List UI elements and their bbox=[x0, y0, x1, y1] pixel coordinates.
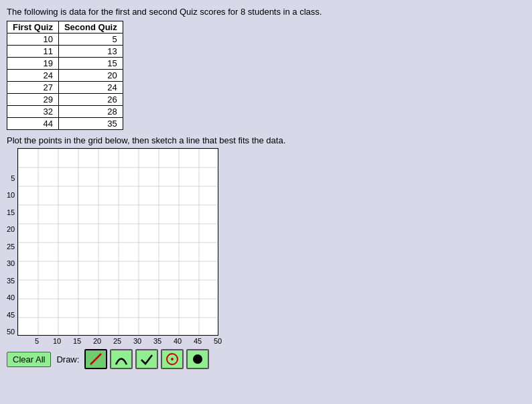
y-axis-label: 20 bbox=[7, 216, 16, 233]
table-cell: 27 bbox=[7, 82, 59, 94]
y-axis-labels: 5045403530252015105 bbox=[7, 148, 16, 336]
y-axis-label: 45 bbox=[7, 302, 16, 319]
tool-curve-button[interactable] bbox=[110, 349, 133, 369]
y-axis-label: 35 bbox=[7, 268, 16, 285]
clear-all-button[interactable]: Clear All bbox=[7, 352, 51, 367]
table-cell: 19 bbox=[7, 58, 59, 70]
table-cell: 20 bbox=[58, 70, 123, 82]
y-axis-label: 40 bbox=[7, 285, 16, 301]
y-axis-label bbox=[7, 148, 16, 165]
x-axis-label: 50 bbox=[208, 337, 228, 345]
table-cell: 28 bbox=[58, 106, 123, 118]
data-table: First Quiz Second Quiz 10511131915242027… bbox=[7, 21, 123, 130]
table-cell: 13 bbox=[58, 46, 123, 58]
intro-text: The following is data for the first and … bbox=[7, 7, 525, 17]
x-axis-labels: 5101520253035404550 bbox=[27, 337, 525, 345]
toolbar: Clear All Draw: bbox=[7, 349, 525, 369]
dot-icon bbox=[190, 352, 205, 366]
table-cell: 35 bbox=[58, 118, 123, 130]
draw-label: Draw: bbox=[56, 354, 79, 364]
y-axis-label: 25 bbox=[7, 234, 16, 251]
x-axis-label: 30 bbox=[127, 337, 147, 345]
y-axis-label: 10 bbox=[7, 182, 16, 199]
tool-line-button[interactable] bbox=[84, 349, 107, 369]
table-cell: 24 bbox=[7, 70, 59, 82]
table-cell: 5 bbox=[58, 33, 123, 46]
col-header-second: Second Quiz bbox=[58, 21, 123, 33]
y-axis-label: 15 bbox=[7, 200, 16, 216]
y-axis-label: 5 bbox=[7, 165, 16, 182]
x-axis-label: 5 bbox=[27, 337, 47, 345]
checkmark-icon bbox=[139, 352, 154, 366]
circle-dot-icon bbox=[165, 352, 180, 366]
table-cell: 10 bbox=[7, 33, 59, 46]
tool-dot-button[interactable] bbox=[186, 349, 209, 369]
graph-area: 5045403530252015105 5101520253035404550 bbox=[7, 148, 525, 345]
svg-point-3 bbox=[193, 354, 202, 364]
svg-point-2 bbox=[171, 358, 174, 360]
x-axis-label: 15 bbox=[67, 337, 87, 345]
x-axis-label: 25 bbox=[107, 337, 127, 345]
x-axis-label: 35 bbox=[147, 337, 168, 345]
table-cell: 15 bbox=[58, 58, 123, 70]
x-axis-label: 45 bbox=[188, 337, 208, 345]
table-cell: 26 bbox=[58, 94, 123, 106]
table-cell: 32 bbox=[7, 106, 59, 118]
y-axis-label: 30 bbox=[7, 251, 16, 267]
grid-canvas-container[interactable] bbox=[17, 148, 218, 336]
col-header-first: First Quiz bbox=[7, 21, 59, 33]
x-axis-label: 20 bbox=[87, 337, 107, 345]
table-cell: 24 bbox=[58, 82, 123, 94]
svg-line-0 bbox=[90, 354, 101, 364]
x-axis-label: 10 bbox=[47, 337, 67, 345]
curve-icon bbox=[114, 352, 129, 366]
table-cell: 29 bbox=[7, 94, 59, 106]
x-axis-label: 40 bbox=[168, 337, 188, 345]
y-axis-label: 50 bbox=[7, 319, 16, 336]
plot-instruction: Plot the points in the grid below, then … bbox=[7, 135, 525, 145]
line-icon bbox=[88, 352, 103, 366]
table-cell: 11 bbox=[7, 46, 59, 58]
tool-circle-dot-button[interactable] bbox=[161, 349, 184, 369]
tool-checkmark-button[interactable] bbox=[135, 349, 158, 369]
table-cell: 44 bbox=[7, 118, 59, 130]
